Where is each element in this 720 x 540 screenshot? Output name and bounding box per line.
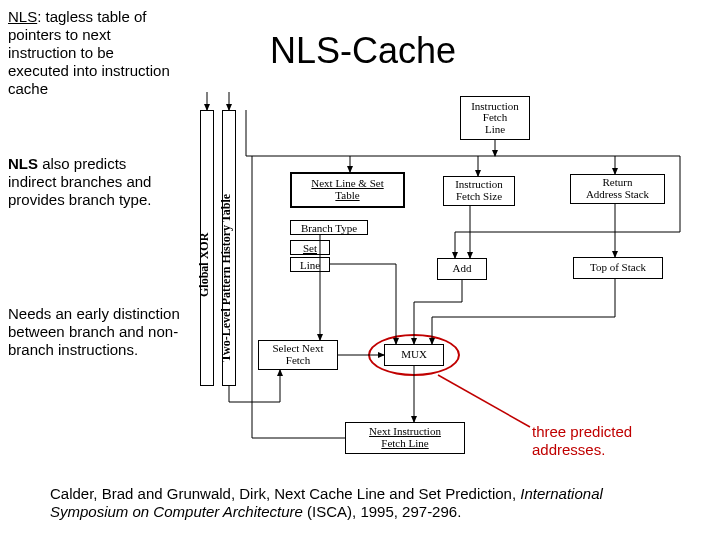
note-nls-predicts: NLS also predicts indirect branches and … bbox=[8, 155, 168, 209]
note-nls-abbrev: NLS bbox=[8, 8, 37, 25]
page-title: NLS-Cache bbox=[270, 30, 456, 72]
note-mid-prefix: NLS bbox=[8, 155, 38, 172]
diagram-wires bbox=[200, 92, 690, 457]
citation-tail: , 1995, 297-296. bbox=[352, 503, 461, 520]
citation-venue-abbr: (ISCA) bbox=[303, 503, 352, 520]
citation: Calder, Brad and Grunwald, Dirk, Next Ca… bbox=[50, 485, 680, 523]
note-nls-definition: NLS: tagless table of pointers to next i… bbox=[8, 8, 173, 98]
citation-authors: Calder, Brad and Grunwald, Dirk, Next Ca… bbox=[50, 485, 520, 502]
svg-line-29 bbox=[438, 375, 530, 427]
note-early-distinction: Needs an early distinction between branc… bbox=[8, 305, 183, 359]
diagram: Global XOR Two-Level Pattern History Tab… bbox=[200, 92, 690, 457]
